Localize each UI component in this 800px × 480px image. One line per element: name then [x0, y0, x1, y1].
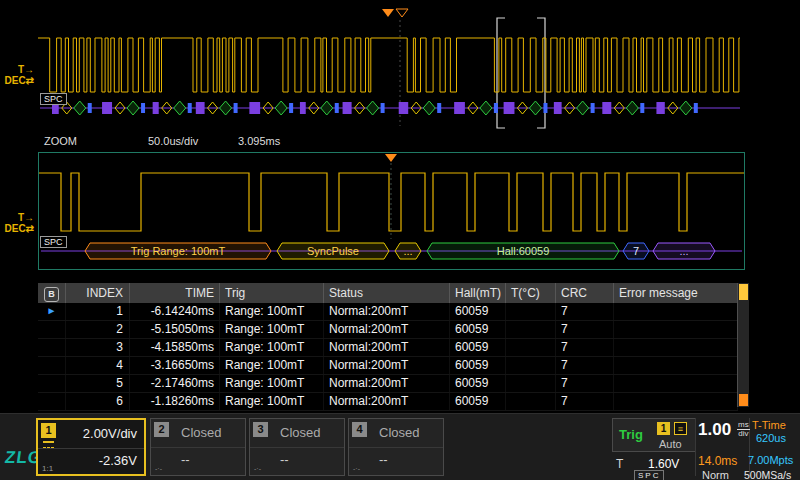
channel3-badge: 3	[253, 422, 268, 437]
column-header-crc: CRC	[556, 283, 614, 303]
table-row[interactable]: 3-4.15850msRange: 100mTNormal:200mT60059…	[38, 339, 738, 357]
channel4-value: --	[379, 452, 388, 467]
trigger-status-box[interactable]: Trig 1 ≡ Auto	[612, 418, 696, 452]
table-cell: 7	[556, 303, 614, 320]
channel3-box[interactable]: 3 Closed -·- --	[249, 418, 345, 476]
table-cell: -6.14240ms	[130, 303, 220, 320]
trigger-marker-icon[interactable]	[382, 9, 394, 17]
table-cell	[506, 357, 556, 374]
table-cell: -1.18260ms	[130, 393, 220, 410]
table-cell: 3	[66, 339, 130, 356]
timebase-value[interactable]: 1.00	[698, 420, 731, 440]
channel1-offset: -2.36V	[99, 453, 137, 468]
channel2-badge: 2	[154, 422, 169, 437]
column-header-index: INDEX	[66, 283, 130, 303]
channel1-box[interactable]: 1 2.00V/div 1:1 -2.36V	[36, 418, 146, 476]
trigger-marker-outline-icon[interactable]	[396, 9, 408, 17]
decode-bubble: ...	[653, 243, 715, 259]
table-scrollbar[interactable]	[737, 283, 749, 407]
column-header-trig: Trig	[220, 283, 324, 303]
trigger-level-label: T	[616, 457, 623, 471]
channel1-badge: 1	[41, 423, 56, 438]
t-time-label: T-Time	[752, 419, 786, 431]
table-cell: Normal:200mT	[324, 375, 450, 392]
channel3-status: Closed	[280, 425, 320, 440]
trigger-mode: Auto	[659, 438, 682, 450]
channel2-status: Closed	[181, 425, 221, 440]
decode-bubble: 7	[623, 243, 649, 259]
horizontal-delay[interactable]: 14.0ms	[698, 454, 737, 468]
zoom-title: ZOOM	[44, 135, 77, 147]
table-row[interactable]: 2-5.15050msRange: 100mTNormal:200mT60059…	[38, 321, 738, 339]
divider	[695, 418, 696, 476]
sample-rate: 500MSa/s	[744, 469, 791, 480]
right-arrow-icon: →	[24, 64, 34, 75]
table-cell: -4.15850ms	[130, 339, 220, 356]
table-cell: -2.17460ms	[130, 375, 220, 392]
trigger-edge-icon: ≡	[674, 422, 687, 435]
decode-table: B INDEX TIME Trig Status Hall(mT) T(°C) …	[38, 283, 749, 407]
trigger-bus-type: SPC	[634, 470, 664, 480]
scrollbar-thumb[interactable]	[739, 284, 748, 300]
table-cell: 60059	[450, 357, 506, 374]
zoom-header: ZOOM 50.0us/div 3.095ms	[0, 135, 800, 149]
table-cell: 4	[66, 357, 130, 374]
table-cell	[614, 393, 738, 410]
column-header-time: TIME	[130, 283, 220, 303]
table-row[interactable]: 5-2.17460msRange: 100mTNormal:200mT60059…	[38, 375, 738, 393]
table-cell: Range: 100mT	[220, 303, 324, 320]
table-cell: Range: 100mT	[220, 357, 324, 374]
table-body: ►1-6.14240msRange: 100mTNormal:200mT6005…	[38, 303, 738, 411]
channel1-probe-ratio: 1:1	[42, 464, 53, 473]
table-row[interactable]: ►1-6.14240msRange: 100mTNormal:200mT6005…	[38, 303, 738, 321]
trigger-status-label: Trig	[619, 427, 643, 442]
decode-bubble: SyncPulse	[277, 243, 389, 259]
table-cell	[506, 393, 556, 410]
table-cell: Range: 100mT	[220, 375, 324, 392]
trigger-source-label: T→	[0, 212, 34, 223]
trigger-source-badge: 1	[657, 422, 670, 435]
decode-bubble: Hall:60059	[427, 243, 619, 259]
decode-bubble: Trig Range: 100mT	[85, 243, 271, 259]
table-cell: 7	[556, 339, 614, 356]
table-cell	[614, 303, 738, 320]
table-cell: 7	[556, 357, 614, 374]
channel4-badge: 4	[352, 422, 367, 437]
table-cell: Normal:200mT	[324, 357, 450, 374]
zoom-scale[interactable]: 50.0us/div	[148, 135, 198, 147]
table-cell: Normal:200mT	[324, 393, 450, 410]
decode-bubble-label: Trig Range: 100mT	[131, 245, 226, 257]
column-header-error: Error message	[614, 283, 738, 303]
table-cell	[506, 321, 556, 338]
decode-bubble-label: Hall:60059	[497, 245, 550, 257]
main-waveform-trace	[38, 38, 740, 92]
table-cell	[506, 303, 556, 320]
table-row[interactable]: 6-1.18260msRange: 100mTNormal:200mT60059…	[38, 393, 738, 411]
column-header-status: Status	[324, 283, 450, 303]
channel2-box[interactable]: 2 Closed -·- --	[150, 418, 246, 476]
channel3-value: --	[280, 452, 289, 467]
zoom-position[interactable]: 3.095ms	[238, 135, 280, 147]
table-cell	[614, 339, 738, 356]
table-row[interactable]: 4-3.16650msRange: 100mTNormal:200mT60059…	[38, 357, 738, 375]
row-cursor-icon	[38, 339, 66, 356]
table-cell	[506, 339, 556, 356]
trigger-marker-icon[interactable]	[385, 154, 397, 162]
main-bus-tag[interactable]: SPC	[40, 93, 67, 105]
coupling-dashes-icon: -·-	[155, 465, 162, 472]
trigger-source-label: T→	[0, 64, 34, 75]
table-cell: 60059	[450, 375, 506, 392]
table-cell	[614, 321, 738, 338]
channel4-box[interactable]: 4 Closed -·- --	[348, 418, 444, 476]
zoom-waveform-trace	[39, 173, 744, 231]
decode-bubble-label: ...	[403, 245, 412, 257]
table-cell: 2	[66, 321, 130, 338]
row-cursor-icon: ►	[38, 303, 66, 320]
zoom-waveform-view: Trig Range: 100mTSyncPulse...Hall:600597…	[38, 152, 745, 270]
table-cell: Range: 100mT	[220, 321, 324, 338]
status-bar: ZLG® 1 2.00V/div 1:1 -2.36V 2 Closed -·-…	[0, 413, 800, 480]
zoom-bus-tag[interactable]: SPC	[40, 236, 67, 248]
coupling-dashes-icon: -·-	[254, 465, 261, 472]
zoom-waveform-svg: Trig Range: 100mTSyncPulse...Hall:600597…	[39, 153, 744, 269]
table-cell: Normal:200mT	[324, 321, 450, 338]
